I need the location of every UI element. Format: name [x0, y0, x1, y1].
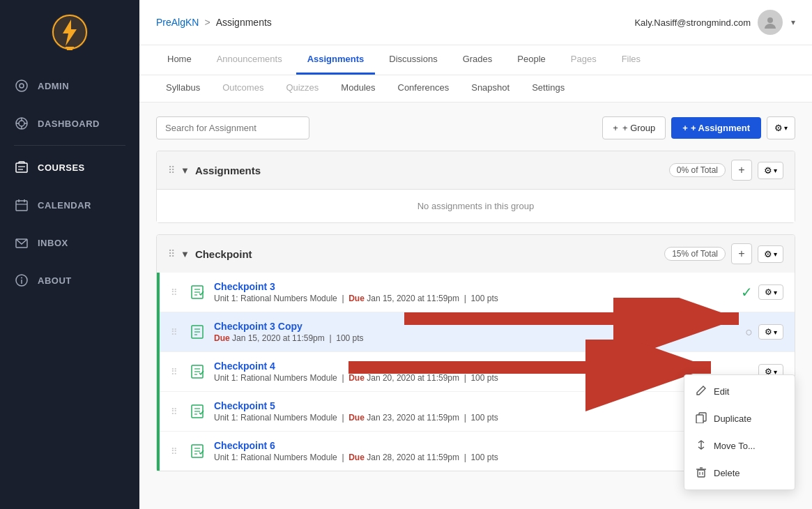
cp4-content: Checkpoint 4 Unit 1: Rational Numbers Mo…: [214, 360, 758, 383]
cp3copy-drag-handle[interactable]: ⠿: [171, 327, 182, 337]
menu-delete-label: Delete: [714, 468, 740, 478]
cp3copy-actions: ○ ⚙ ▾: [745, 324, 783, 340]
plus-icon-2: +: [682, 123, 688, 133]
assignments-group-header-left: ⠿ ▼ Assignments: [168, 165, 261, 176]
assignments-gear-icon: ⚙: [764, 165, 772, 176]
tab-discussions[interactable]: Discussions: [378, 45, 448, 75]
cp3copy-gear-icon: ⚙: [765, 327, 772, 337]
cp6-drag-handle[interactable]: ⠿: [171, 446, 182, 457]
checkpoint-toggle[interactable]: ▼: [181, 249, 190, 259]
tab-announcements[interactable]: Announcements: [206, 45, 293, 75]
cp6-title[interactable]: Checkpoint 6: [214, 440, 741, 451]
cp3-drag-handle[interactable]: ⠿: [171, 287, 182, 298]
add-assignment-button[interactable]: + + Assignment: [671, 117, 761, 139]
sidebar-item-about-label: ABOUT: [38, 275, 72, 286]
cp4-title[interactable]: Checkpoint 4: [214, 360, 758, 372]
menu-item-delete[interactable]: Delete: [684, 459, 795, 487]
cp3-content: Checkpoint 3 Unit 1: Rational Numbers Mo…: [214, 281, 741, 303]
cp6-meta: Unit 1: Rational Numbers Module | Due Ja…: [214, 453, 741, 462]
assignments-add-button[interactable]: +: [731, 160, 752, 181]
main-content: PreAlgKN > Assignments Kaly.Nasiff@stron…: [139, 0, 812, 509]
assignments-group-title: Assignments: [195, 165, 261, 176]
cp3copy-loading-icon: ○: [745, 325, 753, 340]
calendar-icon: [14, 197, 29, 213]
checkpoint-percent-badge: 15% of Total: [664, 247, 726, 261]
cp3copy-content: Checkpoint 3 Copy Due Jan 15, 2020 at 11…: [214, 321, 745, 343]
sidebar-item-calendar[interactable]: CALENDAR: [0, 186, 139, 224]
svg-rect-15: [16, 201, 27, 211]
tab-home[interactable]: Home: [156, 45, 203, 75]
menu-item-move-to[interactable]: Move To...: [684, 432, 795, 459]
menu-item-edit[interactable]: Edit: [684, 378, 795, 405]
duplicate-icon: [696, 412, 707, 425]
cp3-gear-icon: ⚙: [765, 287, 772, 297]
dashboard-icon: [14, 116, 29, 131]
cp3-actions: ✓ ⚙ ▾: [741, 284, 783, 301]
checkpoint-drag-handle[interactable]: ⠿: [168, 248, 175, 259]
tab-people[interactable]: People: [506, 45, 556, 75]
cp3copy-gear-chevron: ▾: [774, 328, 777, 336]
subtab-settings[interactable]: Settings: [522, 75, 574, 102]
cp5-assignment-icon: [187, 402, 207, 421]
subtab-conferences[interactable]: Conferences: [388, 75, 459, 102]
gear-icon: ⚙: [774, 123, 783, 133]
svg-rect-49: [698, 470, 705, 477]
menu-item-duplicate[interactable]: Duplicate: [684, 405, 795, 432]
cp4-meta: Unit 1: Rational Numbers Module | Due Ja…: [214, 373, 758, 383]
sidebar-item-admin[interactable]: ADMIN: [0, 67, 139, 105]
subtab-quizzes[interactable]: Quizzes: [276, 75, 328, 102]
add-group-button[interactable]: + + Group: [602, 116, 666, 139]
user-menu[interactable]: Kaly.Nasiff@strongmind.com ▾: [634, 10, 795, 35]
sidebar-item-inbox[interactable]: INBOX: [0, 224, 139, 261]
cp3-gear-button[interactable]: ⚙ ▾: [758, 284, 783, 300]
svg-point-5: [20, 84, 24, 88]
assignments-toggle[interactable]: ▼: [181, 165, 190, 176]
cp3copy-gear-button[interactable]: ⚙ ▾: [758, 324, 783, 340]
sidebar-item-inbox-label: INBOX: [38, 238, 68, 248]
svg-rect-12: [16, 163, 27, 172]
cp4-drag-handle[interactable]: ⠿: [171, 367, 182, 377]
breadcrumb-course-link[interactable]: PreAlgKN: [156, 17, 199, 28]
cp3-meta: Unit 1: Rational Numbers Module | Due Ja…: [214, 294, 741, 303]
svg-point-7: [19, 121, 24, 126]
cp5-drag-handle[interactable]: ⠿: [171, 407, 182, 417]
content-area: + + Group + + Assignment ⚙ ▾ ⠿ ▼ Ass: [139, 102, 812, 509]
sidebar-item-courses[interactable]: COURSES: [0, 149, 139, 186]
admin-icon: [14, 78, 29, 93]
checkpoint-add-button[interactable]: +: [731, 243, 752, 264]
assignments-gear-button[interactable]: ⚙ ▾: [758, 162, 783, 179]
subtab-modules[interactable]: Modules: [331, 75, 385, 102]
assignments-percent-badge: 0% of Total: [669, 163, 726, 177]
sidebar-item-about[interactable]: ABOUT: [0, 261, 139, 299]
tab-assignments[interactable]: Assignments: [296, 45, 376, 75]
svg-point-22: [21, 278, 22, 279]
tab-files[interactable]: Files: [611, 45, 652, 75]
subtab-outcomes[interactable]: Outcomes: [213, 75, 273, 102]
assignments-drag-handle[interactable]: ⠿: [168, 165, 175, 176]
sidebar-item-dashboard[interactable]: DASHBOARD: [0, 105, 139, 142]
cp3-gear-chevron: ▾: [774, 289, 777, 296]
user-email: Kaly.Nasiff@strongmind.com: [634, 17, 751, 28]
courses-icon: [14, 160, 29, 175]
toolbar-gear-button[interactable]: ⚙ ▾: [767, 116, 795, 139]
checkpoint-gear-button[interactable]: ⚙ ▾: [758, 245, 783, 263]
cp6-content: Checkpoint 6 Unit 1: Rational Numbers Mo…: [214, 440, 741, 462]
menu-move-to-label: Move To...: [714, 441, 756, 451]
cp3-title[interactable]: Checkpoint 3: [214, 281, 741, 292]
sidebar-divider-1: [14, 145, 125, 146]
cp3copy-title[interactable]: Checkpoint 3 Copy: [214, 321, 745, 332]
assignments-group-header-right: 0% of Total + ⚙ ▾: [669, 160, 783, 181]
search-input[interactable]: [156, 116, 309, 139]
edit-icon: [696, 385, 707, 398]
checkpoint-group-header: ⠿ ▼ Checkpoint 15% of Total + ⚙ ▾: [157, 235, 795, 273]
table-row: ⠿ Checkpoint 3 Copy: [160, 312, 795, 352]
add-group-label: + Group: [622, 123, 655, 133]
tab-grades[interactable]: Grades: [452, 45, 504, 75]
menu-edit-label: Edit: [714, 386, 729, 397]
cp5-title[interactable]: Checkpoint 5: [214, 400, 758, 411]
subtab-syllabus[interactable]: Syllabus: [156, 75, 210, 102]
subtab-snapshot[interactable]: Snapshot: [461, 75, 519, 102]
breadcrumb-current: Assignments: [216, 17, 272, 28]
tab-pages[interactable]: Pages: [560, 45, 608, 75]
cp3-check-icon: ✓: [741, 284, 753, 301]
